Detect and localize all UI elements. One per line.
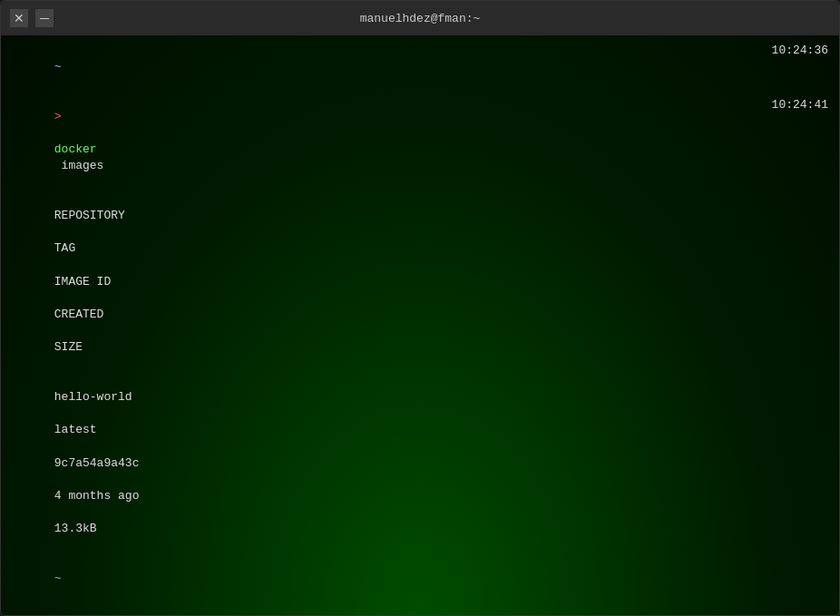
tilde-2: ~ [54, 572, 62, 585]
tilde-line-1: ~ [12, 43, 828, 93]
timestamp-2: 10:24:41 [772, 97, 828, 113]
col-size: SIZE [54, 340, 83, 354]
terminal-window: ✕ ─ manuelhdez@fman:~ 10:24:36 ~ > docke… [0, 0, 840, 616]
col-created: CREATED [54, 308, 104, 321]
col-repository: REPOSITORY [54, 209, 125, 222]
minimize-button[interactable]: ─ [35, 9, 54, 27]
tilde-1: ~ [54, 60, 62, 73]
cell-repository: hello-world [54, 390, 132, 404]
window-title: manuelhdez@fman:~ [360, 12, 481, 25]
cell-tag: latest [54, 423, 97, 436]
terminal-body[interactable]: 10:24:36 ~ > docker images REPOSITORY TA… [1, 35, 839, 615]
prompt-1: > [54, 110, 62, 123]
tilde-line-2: ~ [12, 554, 828, 604]
prompt-line-2: > [12, 603, 828, 615]
cell-image-id: 9c7a54a9a43c [54, 456, 140, 470]
table-header: REPOSITORY TAG IMAGE ID CREATED SIZE [12, 191, 828, 373]
col-tag: TAG [54, 241, 75, 255]
command-args: images [54, 159, 104, 172]
window-controls[interactable]: ✕ ─ [10, 9, 54, 27]
command-line: > docker images [12, 93, 828, 191]
cell-created: 4 months ago [54, 489, 140, 503]
cell-size: 13.3kB [54, 522, 97, 535]
timestamp-1: 10:24:36 [772, 43, 828, 59]
titlebar: ✕ ─ manuelhdez@fman:~ [1, 1, 839, 35]
col-image-id: IMAGE ID [54, 275, 111, 288]
command-docker: docker [54, 142, 97, 156]
close-button[interactable]: ✕ [10, 9, 28, 27]
table-row: hello-world latest 9c7a54a9a43c 4 months… [12, 373, 828, 554]
